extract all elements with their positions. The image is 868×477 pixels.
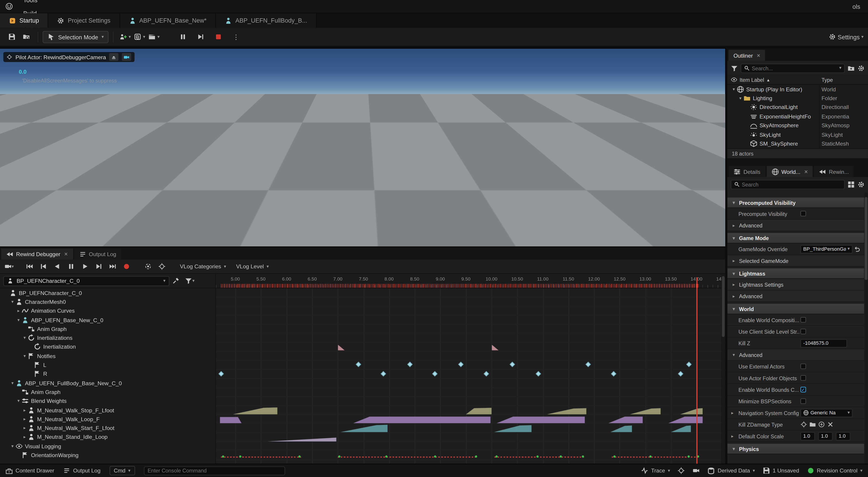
tree-row-abp-uefn-fullbody-base-new-c-0[interactable]: ▾ABP_UEFN_FullBody_Base_New_C_0: [0, 378, 215, 387]
property-row-gamemode-override[interactable]: GameMode OverrideBP_ThirdPersonGa▾: [727, 244, 864, 255]
checkbox-precompute-visibility[interactable]: [800, 211, 806, 216]
cmd-dropdown[interactable]: Cmd ▾: [109, 466, 135, 475]
close-icon[interactable]: ×: [757, 52, 761, 59]
outliner-row-sm-skysphere[interactable]: SM_SkySphereStaticMesh: [727, 139, 868, 148]
cinematics-button[interactable]: ▾: [147, 30, 161, 43]
tree-row-bp-uefncharacter-c-0[interactable]: BP_UEFNCharacter_C_0: [0, 288, 215, 297]
subcategory-selected-gamemode[interactable]: ▸Selected GameMode: [727, 255, 864, 266]
track-row-inertializations[interactable]: [216, 333, 725, 343]
console-command-box[interactable]: [144, 466, 285, 475]
category-game-mode[interactable]: ▾Game Mode: [727, 233, 864, 244]
play-reverse-button[interactable]: [52, 261, 63, 272]
expander-icon[interactable]: ▾: [22, 353, 28, 358]
track-row-l[interactable]: [216, 360, 725, 370]
outliner-row-directionallight[interactable]: DirectionalLightDirectionall: [727, 103, 868, 112]
skip-to-start-button[interactable]: [24, 261, 35, 272]
insights-icon[interactable]: [678, 467, 685, 474]
track-filter-button[interactable]: ▾: [182, 275, 198, 286]
track-row-m-neutral-walk-start-f-lfoot[interactable]: [216, 424, 725, 433]
details-search[interactable]: [731, 180, 845, 189]
expander-icon[interactable]: ▸: [22, 417, 28, 422]
tree-row-inertializations[interactable]: ▾Inertializations: [0, 333, 215, 343]
frame-skip-button[interactable]: [193, 30, 208, 43]
tab-outliner[interactable]: Outliner ×: [728, 50, 765, 61]
blend-weight-curve[interactable]: [216, 433, 725, 442]
screenshot-icon[interactable]: [693, 467, 700, 474]
console-command-input[interactable]: [148, 468, 281, 474]
notify-marker[interactable]: [678, 371, 683, 376]
expander-icon[interactable]: ▸: [22, 426, 28, 431]
property-row-use-actor-folder-objects[interactable]: Use Actor Folder Objects: [727, 372, 864, 384]
target-actor-button[interactable]: [156, 261, 167, 272]
notify-marker[interactable]: [380, 371, 386, 376]
skip-to-end-button[interactable]: [107, 261, 118, 272]
property-row-minimize-bspsections[interactable]: Minimize BSPSections: [727, 395, 864, 407]
notify-marker[interactable]: [218, 371, 224, 376]
checkbox-use-external-actors[interactable]: [800, 363, 806, 369]
close-icon[interactable]: ×: [804, 168, 808, 175]
pause-button[interactable]: [65, 261, 77, 272]
settings-button[interactable]: Settings ▾: [829, 30, 864, 43]
outliner-row-exponentialheightfo[interactable]: ExponentialHeightFoExponentia: [727, 112, 868, 121]
expander-icon[interactable]: ▸: [22, 408, 28, 413]
track-row-m-neutral-walk-loop-f[interactable]: [216, 415, 725, 424]
revision-control-dropdown[interactable]: Revision Control ▾: [807, 467, 863, 474]
track-row-abp-uefn-fullbody-base-new-c-0[interactable]: [216, 378, 725, 387]
blend-weight-curve[interactable]: [216, 415, 725, 424]
tab-startup[interactable]: Startup: [0, 13, 49, 28]
tree-row-m-neutral-walk-stop-f-lfoot[interactable]: ▸M_Neutral_Walk_Stop_F_Lfoot: [0, 406, 215, 415]
expander-icon[interactable]: ▸: [16, 308, 22, 313]
tree-row-m-neutral-walk-start-f-lfoot[interactable]: ▸M_Neutral_Walk_Start_F_Lfoot: [0, 424, 215, 433]
display-mode-icon[interactable]: [847, 181, 855, 188]
category-physics[interactable]: ▾Physics: [727, 444, 864, 454]
tab-details[interactable]: Details: [728, 166, 765, 177]
expander-icon[interactable]: ▾: [731, 87, 737, 92]
track-row-inertialization[interactable]: [216, 343, 725, 352]
track-row-notifies[interactable]: [216, 351, 725, 360]
visibility-column-icon[interactable]: [731, 76, 737, 83]
checkbox-use-actor-folder-objects[interactable]: [800, 375, 806, 381]
vector-field-0[interactable]: 1.0: [800, 432, 815, 440]
category-precomputed-visibility[interactable]: ▾Precomputed Visibility: [727, 198, 864, 208]
blend-weight-curve[interactable]: [216, 424, 725, 433]
tree-row-orientationwarping[interactable]: OrientationWarping: [0, 450, 215, 459]
step-forward-button[interactable]: [93, 261, 104, 272]
debug-object-dropdown[interactable]: BP_UEFNCharacter_C_0 ▾: [3, 276, 169, 286]
dropdown-gamemode-override[interactable]: BP_ThirdPersonGa▾: [800, 245, 852, 253]
playhead[interactable]: [696, 277, 698, 464]
pause-button[interactable]: [176, 30, 190, 43]
track-row-anim-graph[interactable]: [216, 387, 725, 396]
tree-row-m-neutral-walk-loop-f[interactable]: ▸M_Neutral_Walk_Loop_F: [0, 415, 215, 424]
tree-row-anim-graph[interactable]: Anim Graph: [0, 387, 215, 396]
property-row-use-external-actors[interactable]: Use External Actors: [727, 361, 864, 372]
level-viewport[interactable]: Pilot Actor: RewindDebuggerCamera 0.0 'D…: [0, 49, 725, 246]
trace-dropdown[interactable]: Trace ▾: [641, 467, 670, 474]
checkbox-use-client-side-level-str[interactable]: [800, 329, 806, 334]
tree-row-abp-uefn-base-new-c-0[interactable]: ▾ABP_UEFN_Base_New_C_0: [0, 315, 215, 324]
checkbox-minimize-bspsections[interactable]: [800, 398, 806, 404]
browse-asset-icon[interactable]: [809, 421, 816, 428]
vlog-categories-dropdown[interactable]: VLog Categories ▾: [180, 263, 226, 269]
property-row-enable-world-bounds-c[interactable]: Enable World Bounds C...✓: [727, 384, 864, 395]
rewind-timeline[interactable]: 5.005.506.006.507.007.508.008.509.009.50…: [216, 274, 725, 464]
new-folder-icon[interactable]: [847, 64, 855, 72]
outliner-row-skylight[interactable]: SkyLightSkyLight: [727, 130, 868, 139]
tab-abp-uefn-base-new[interactable]: ABP_UEFN_Base_New*: [120, 13, 216, 28]
camera-mode-button[interactable]: ▾: [3, 261, 15, 272]
tree-row-inertialization[interactable]: Inertialization: [0, 343, 215, 352]
menu-tools[interactable]: Tools: [18, 0, 50, 6]
notify-marker[interactable]: [536, 371, 541, 376]
checkbox-enable-world-compositi[interactable]: [800, 317, 806, 323]
details-settings-icon[interactable]: [857, 181, 865, 188]
expander-icon[interactable]: ▸: [22, 435, 28, 440]
expander-icon[interactable]: ▾: [737, 96, 743, 101]
track-row-anim-graph[interactable]: [216, 324, 725, 333]
property-row-use-client-side-level-str[interactable]: Use Client Side Level Str...: [727, 326, 864, 338]
outliner-row-skyatmosphere[interactable]: SkyAtmosphereSkyAtmosp: [727, 121, 868, 130]
inertialization-marker[interactable]: [491, 343, 499, 351]
subcategory-lightmass-settings[interactable]: ▸Lightmass Settings: [727, 279, 864, 290]
expander-icon[interactable]: ▾: [9, 444, 16, 448]
play-options-kebab[interactable]: ⋮: [229, 30, 243, 43]
selection-mode-dropdown[interactable]: Selection Mode ▾: [42, 31, 108, 43]
record-button[interactable]: [121, 261, 132, 272]
